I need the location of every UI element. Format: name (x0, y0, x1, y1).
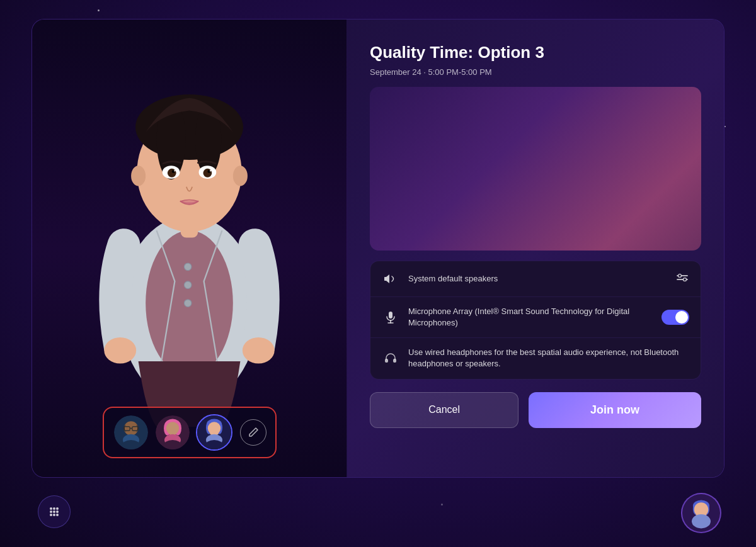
svg-point-7 (131, 166, 146, 186)
svg-point-17 (184, 263, 192, 271)
svg-point-8 (233, 166, 248, 186)
main-dialog: Quality Time: Option 3 September 24 · 5:… (32, 19, 724, 478)
speaker-icon (382, 270, 399, 288)
svg-point-15 (174, 170, 175, 171)
svg-point-63 (53, 514, 55, 516)
grid-menu-button[interactable] (38, 495, 71, 528)
svg-point-21 (243, 337, 275, 364)
svg-point-60 (53, 510, 55, 513)
svg-point-58 (56, 507, 59, 510)
right-panel: Quality Time: Option 3 September 24 · 5:… (347, 20, 724, 477)
svg-point-36 (166, 422, 178, 434)
speaker-setting-row: System default speakers (370, 261, 701, 297)
avatar-panel (32, 20, 347, 477)
microphone-icon (382, 308, 399, 326)
character-avatar-3[interactable] (196, 414, 232, 451)
avatar-character (32, 20, 346, 427)
svg-rect-54 (385, 359, 388, 363)
svg-point-64 (56, 514, 59, 516)
svg-point-57 (53, 507, 55, 510)
cancel-button[interactable]: Cancel (370, 392, 518, 428)
headphone-tip-row: Use wired headphones for the best spatia… (370, 338, 701, 378)
character-selector (103, 407, 277, 458)
character-avatar-2[interactable] (154, 414, 191, 451)
svg-point-44 (207, 422, 220, 434)
svg-point-61 (56, 510, 59, 513)
svg-point-18 (184, 281, 192, 289)
svg-point-49 (679, 274, 682, 277)
svg-point-20 (104, 337, 136, 364)
user-avatar-button[interactable] (681, 493, 721, 533)
svg-point-71 (692, 514, 711, 529)
svg-point-56 (50, 507, 52, 510)
microphone-label: Microphone Array (Intel® Smart Sound Tec… (408, 306, 653, 329)
svg-rect-55 (393, 359, 396, 363)
event-title: Quality Time: Option 3 (370, 42, 701, 64)
action-buttons: Cancel Join now (370, 392, 701, 428)
edit-avatar-button[interactable] (240, 419, 266, 446)
svg-rect-51 (389, 312, 392, 319)
speaker-settings-action[interactable] (675, 271, 689, 287)
svg-point-16 (210, 170, 211, 171)
speaker-label: System default speakers (408, 273, 667, 285)
svg-point-12 (203, 169, 212, 178)
microphone-setting-row: Microphone Array (Intel® Smart Sound Tec… (370, 297, 701, 338)
svg-point-11 (168, 169, 176, 178)
svg-point-50 (684, 278, 687, 281)
audio-settings: System default speakers (370, 261, 701, 380)
event-preview (370, 87, 701, 251)
character-avatar-1[interactable] (113, 414, 149, 451)
microphone-toggle[interactable] (662, 310, 689, 325)
svg-point-59 (50, 510, 52, 513)
microphone-toggle-switch[interactable] (662, 310, 689, 325)
headphone-tip-text: Use wired headphones for the best spatia… (408, 347, 689, 369)
event-info: Quality Time: Option 3 September 24 · 5:… (370, 42, 701, 77)
headphone-icon (382, 349, 399, 367)
svg-point-19 (184, 300, 192, 307)
svg-point-62 (50, 514, 52, 516)
event-date: September 24 · 5:00 PM-5:00 PM (370, 67, 701, 77)
join-now-button[interactable]: Join now (529, 392, 701, 428)
avatar-display (32, 20, 346, 427)
